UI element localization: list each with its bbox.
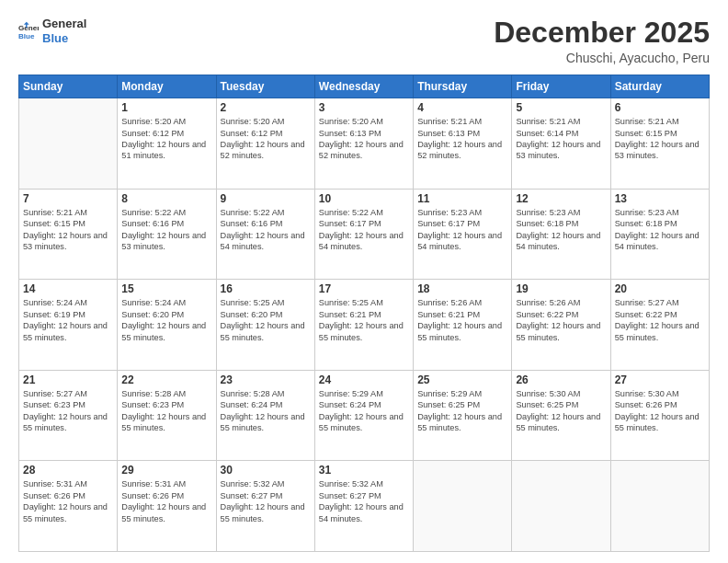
day-info: Sunrise: 5:26 AMSunset: 6:22 PMDaylight:… <box>516 297 606 343</box>
calendar-day: 15Sunrise: 5:24 AMSunset: 6:20 PMDayligh… <box>118 280 216 371</box>
day-info: Sunrise: 5:27 AMSunset: 6:23 PMDaylight:… <box>23 388 113 434</box>
day-number: 8 <box>121 192 211 205</box>
calendar-day: 19Sunrise: 5:26 AMSunset: 6:22 PMDayligh… <box>512 280 610 371</box>
header: General Blue General Blue December 2025 … <box>18 17 710 65</box>
calendar-day: 1Sunrise: 5:20 AMSunset: 6:12 PMDaylight… <box>118 98 216 190</box>
location: Chuschi, Ayacucho, Peru <box>494 51 710 65</box>
logo-general: General <box>42 17 86 31</box>
calendar-day: 23Sunrise: 5:28 AMSunset: 6:24 PMDayligh… <box>216 370 314 461</box>
calendar-day: 24Sunrise: 5:29 AMSunset: 6:24 PMDayligh… <box>314 370 413 461</box>
day-number: 13 <box>615 192 705 205</box>
calendar-day: 7Sunrise: 5:21 AMSunset: 6:15 PMDaylight… <box>19 189 118 280</box>
day-number: 17 <box>319 282 409 295</box>
day-number: 30 <box>221 464 311 477</box>
calendar-day: 28Sunrise: 5:31 AMSunset: 6:26 PMDayligh… <box>19 461 118 552</box>
logo-blue: Blue <box>42 31 86 46</box>
calendar-day: 6Sunrise: 5:21 AMSunset: 6:15 PMDaylight… <box>610 98 709 190</box>
day-number: 6 <box>615 101 705 114</box>
calendar-week-row: 21Sunrise: 5:27 AMSunset: 6:23 PMDayligh… <box>19 370 710 461</box>
calendar-day: 22Sunrise: 5:28 AMSunset: 6:23 PMDayligh… <box>118 370 216 461</box>
day-info: Sunrise: 5:25 AMSunset: 6:20 PMDaylight:… <box>221 297 311 343</box>
day-number: 3 <box>319 101 409 114</box>
day-number: 27 <box>615 373 705 386</box>
calendar-header-monday: Monday <box>118 75 216 98</box>
month-title: December 2025 <box>494 17 710 49</box>
day-info: Sunrise: 5:22 AMSunset: 6:16 PMDaylight:… <box>121 207 211 253</box>
day-number: 19 <box>516 282 606 295</box>
day-info: Sunrise: 5:29 AMSunset: 6:25 PMDaylight:… <box>417 388 507 434</box>
calendar-day: 8Sunrise: 5:22 AMSunset: 6:16 PMDaylight… <box>118 189 216 280</box>
calendar-week-row: 28Sunrise: 5:31 AMSunset: 6:26 PMDayligh… <box>19 461 710 552</box>
day-info: Sunrise: 5:31 AMSunset: 6:26 PMDaylight:… <box>23 478 113 524</box>
calendar-day <box>512 461 610 552</box>
calendar-day: 16Sunrise: 5:25 AMSunset: 6:20 PMDayligh… <box>216 280 314 371</box>
calendar-table: SundayMondayTuesdayWednesdayThursdayFrid… <box>18 75 710 552</box>
svg-text:General: General <box>18 24 39 32</box>
day-number: 14 <box>23 282 113 295</box>
day-number: 5 <box>516 101 606 114</box>
day-info: Sunrise: 5:21 AMSunset: 6:14 PMDaylight:… <box>516 116 606 162</box>
day-info: Sunrise: 5:22 AMSunset: 6:17 PMDaylight:… <box>319 207 409 253</box>
calendar-week-row: 14Sunrise: 5:24 AMSunset: 6:19 PMDayligh… <box>19 280 710 371</box>
day-number: 25 <box>417 373 507 386</box>
day-info: Sunrise: 5:27 AMSunset: 6:22 PMDaylight:… <box>615 297 705 343</box>
calendar-day: 3Sunrise: 5:20 AMSunset: 6:13 PMDaylight… <box>314 98 413 190</box>
day-number: 15 <box>121 282 211 295</box>
day-number: 23 <box>221 373 311 386</box>
day-info: Sunrise: 5:21 AMSunset: 6:13 PMDaylight:… <box>417 116 507 162</box>
day-number: 21 <box>23 373 113 386</box>
calendar-day <box>19 98 118 190</box>
day-info: Sunrise: 5:32 AMSunset: 6:27 PMDaylight:… <box>319 478 409 524</box>
logo-text: General Blue <box>42 17 86 45</box>
calendar-header-saturday: Saturday <box>610 75 709 98</box>
day-info: Sunrise: 5:24 AMSunset: 6:20 PMDaylight:… <box>121 297 211 343</box>
day-number: 18 <box>417 282 507 295</box>
day-number: 22 <box>121 373 211 386</box>
day-info: Sunrise: 5:21 AMSunset: 6:15 PMDaylight:… <box>23 207 113 253</box>
day-info: Sunrise: 5:31 AMSunset: 6:26 PMDaylight:… <box>121 478 211 524</box>
day-info: Sunrise: 5:23 AMSunset: 6:17 PMDaylight:… <box>417 207 507 253</box>
day-number: 1 <box>121 101 211 114</box>
calendar-header-friday: Friday <box>512 75 610 98</box>
day-number: 11 <box>417 192 507 205</box>
calendar-week-row: 1Sunrise: 5:20 AMSunset: 6:12 PMDaylight… <box>19 98 710 190</box>
calendar-header-tuesday: Tuesday <box>216 75 314 98</box>
calendar-day: 31Sunrise: 5:32 AMSunset: 6:27 PMDayligh… <box>314 461 413 552</box>
day-info: Sunrise: 5:25 AMSunset: 6:21 PMDaylight:… <box>319 297 409 343</box>
day-number: 20 <box>615 282 705 295</box>
day-info: Sunrise: 5:20 AMSunset: 6:12 PMDaylight:… <box>121 116 211 162</box>
calendar-day: 30Sunrise: 5:32 AMSunset: 6:27 PMDayligh… <box>216 461 314 552</box>
day-info: Sunrise: 5:29 AMSunset: 6:24 PMDaylight:… <box>319 388 409 434</box>
logo: General Blue General Blue <box>18 17 86 45</box>
logo-icon: General Blue <box>18 21 39 41</box>
calendar-day: 21Sunrise: 5:27 AMSunset: 6:23 PMDayligh… <box>19 370 118 461</box>
calendar-day: 25Sunrise: 5:29 AMSunset: 6:25 PMDayligh… <box>414 370 512 461</box>
day-info: Sunrise: 5:23 AMSunset: 6:18 PMDaylight:… <box>516 207 606 253</box>
title-section: December 2025 Chuschi, Ayacucho, Peru <box>494 17 710 65</box>
calendar-day: 12Sunrise: 5:23 AMSunset: 6:18 PMDayligh… <box>512 189 610 280</box>
svg-text:Blue: Blue <box>18 32 35 40</box>
day-info: Sunrise: 5:20 AMSunset: 6:12 PMDaylight:… <box>221 116 311 162</box>
day-number: 24 <box>319 373 409 386</box>
day-number: 29 <box>121 464 211 477</box>
calendar-header-sunday: Sunday <box>19 75 118 98</box>
calendar-day: 13Sunrise: 5:23 AMSunset: 6:18 PMDayligh… <box>610 189 709 280</box>
calendar-day: 17Sunrise: 5:25 AMSunset: 6:21 PMDayligh… <box>314 280 413 371</box>
calendar-day: 4Sunrise: 5:21 AMSunset: 6:13 PMDaylight… <box>414 98 512 190</box>
calendar-day: 18Sunrise: 5:26 AMSunset: 6:21 PMDayligh… <box>414 280 512 371</box>
day-number: 31 <box>319 464 409 477</box>
calendar-day: 14Sunrise: 5:24 AMSunset: 6:19 PMDayligh… <box>19 280 118 371</box>
day-info: Sunrise: 5:32 AMSunset: 6:27 PMDaylight:… <box>221 478 311 524</box>
day-number: 26 <box>516 373 606 386</box>
calendar-day <box>414 461 512 552</box>
day-info: Sunrise: 5:26 AMSunset: 6:21 PMDaylight:… <box>417 297 507 343</box>
calendar-day: 9Sunrise: 5:22 AMSunset: 6:16 PMDaylight… <box>216 189 314 280</box>
day-info: Sunrise: 5:23 AMSunset: 6:18 PMDaylight:… <box>615 207 705 253</box>
day-number: 9 <box>221 192 311 205</box>
day-info: Sunrise: 5:22 AMSunset: 6:16 PMDaylight:… <box>221 207 311 253</box>
day-number: 16 <box>221 282 311 295</box>
day-number: 12 <box>516 192 606 205</box>
calendar-day: 27Sunrise: 5:30 AMSunset: 6:26 PMDayligh… <box>610 370 709 461</box>
calendar-week-row: 7Sunrise: 5:21 AMSunset: 6:15 PMDaylight… <box>19 189 710 280</box>
day-number: 4 <box>417 101 507 114</box>
